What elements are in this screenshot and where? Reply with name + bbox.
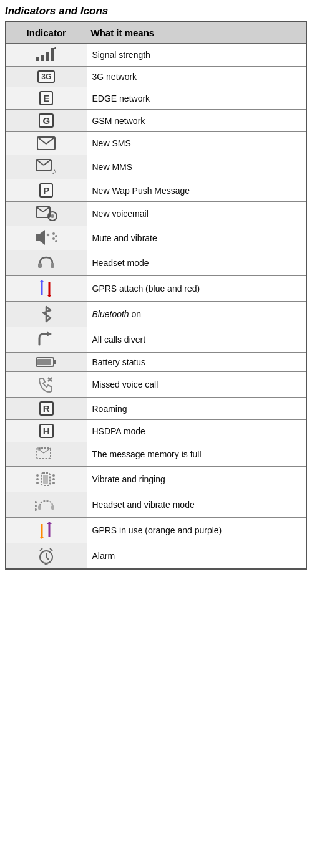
meaning-cell: Headset and vibrate mode bbox=[87, 492, 306, 518]
meaning-cell: EDGE network bbox=[87, 87, 306, 110]
indicator-cell: R bbox=[6, 398, 87, 420]
table-row: Mute and vibrate bbox=[6, 226, 306, 250]
mute-vibrate-icon bbox=[35, 230, 57, 246]
table-row: HHSDPA mode bbox=[6, 420, 306, 442]
meaning-text: The message memory is full bbox=[92, 449, 202, 459]
indicator-cell bbox=[6, 302, 87, 327]
table-row: Vibrate and ringing bbox=[6, 467, 306, 492]
meaning-cell: New MMS bbox=[87, 155, 306, 179]
meaning-cell: Vibrate and ringing bbox=[87, 467, 306, 492]
headset-vib-icon bbox=[35, 496, 57, 513]
indicator-cell bbox=[6, 44, 87, 67]
sms-icon bbox=[37, 136, 56, 151]
indicator-cell bbox=[6, 518, 87, 543]
table-row: Bluetooth on bbox=[6, 302, 306, 327]
svg-point-46 bbox=[52, 474, 55, 477]
svg-line-13 bbox=[36, 207, 43, 212]
meaning-cell: New SMS bbox=[87, 132, 306, 155]
alarm-icon bbox=[38, 547, 54, 565]
meaning-text: Alarm bbox=[92, 551, 115, 561]
table-row: Missed voice call bbox=[6, 372, 306, 398]
svg-rect-33 bbox=[54, 360, 56, 364]
meaning-text: GPRS attach (blue and red) bbox=[92, 284, 200, 293]
meaning-text: Headset mode bbox=[92, 258, 149, 268]
meaning-cell: Missed voice call bbox=[87, 372, 306, 398]
svg-marker-55 bbox=[39, 537, 44, 539]
table-row: The message memory is full bbox=[6, 442, 306, 467]
roaming-icon: R bbox=[39, 401, 54, 416]
svg-rect-25 bbox=[51, 263, 54, 268]
meaning-text: New MMS bbox=[92, 162, 133, 172]
svg-point-23 bbox=[55, 240, 57, 242]
indicator-cell bbox=[6, 353, 87, 372]
meaning-cell: Mute and vibrate bbox=[87, 226, 306, 250]
headset-icon bbox=[37, 254, 56, 272]
table-row: Headset mode bbox=[6, 250, 306, 276]
indicator-cell: P bbox=[6, 179, 87, 202]
meaning-cell: Headset mode bbox=[87, 250, 306, 276]
meaning-text: Roaming bbox=[92, 404, 127, 414]
svg-point-16 bbox=[51, 214, 54, 218]
table-row: All calls divert bbox=[6, 327, 306, 353]
meaning-cell: Bluetooth on bbox=[87, 302, 306, 327]
svg-marker-17 bbox=[36, 230, 45, 245]
3g-icon: 3G bbox=[37, 70, 55, 83]
gprs-attach-icon bbox=[37, 280, 56, 297]
svg-marker-30 bbox=[47, 331, 52, 336]
meaning-cell: GPRS attach (blue and red) bbox=[87, 276, 306, 302]
svg-marker-27 bbox=[39, 280, 44, 282]
table-row: RRoaming bbox=[6, 398, 306, 420]
svg-line-64 bbox=[46, 563, 47, 565]
meaning-text: New SMS bbox=[92, 138, 131, 148]
table-row: GPRS attach (blue and red) bbox=[6, 276, 306, 302]
svg-rect-32 bbox=[37, 359, 51, 365]
svg-point-53 bbox=[35, 508, 37, 511]
svg-line-10 bbox=[44, 160, 51, 165]
svg-point-44 bbox=[36, 478, 39, 480]
meaning-text: GSM network bbox=[92, 116, 145, 126]
svg-point-21 bbox=[55, 235, 57, 237]
svg-line-7 bbox=[46, 137, 55, 144]
svg-line-38 bbox=[44, 448, 51, 453]
indicator-cell bbox=[6, 226, 87, 250]
meaning-text: New Wap Push Message bbox=[92, 186, 190, 196]
meaning-cell: 3G network bbox=[87, 67, 306, 87]
svg-line-6 bbox=[37, 137, 46, 144]
meaning-cell: Signal strength bbox=[87, 44, 306, 67]
svg-text:♪: ♪ bbox=[52, 166, 56, 175]
indicator-cell bbox=[6, 250, 87, 276]
voicemail-icon bbox=[36, 206, 57, 222]
vib-ring-icon bbox=[35, 470, 57, 488]
table-row: GPRS in use (orange and purple) bbox=[6, 518, 306, 543]
wap-icon: P bbox=[39, 183, 53, 198]
bluetooth-icon bbox=[39, 305, 53, 323]
indicator-cell bbox=[6, 327, 87, 353]
edge-icon: E bbox=[39, 91, 53, 105]
svg-point-22 bbox=[52, 237, 55, 240]
table-row: Battery status bbox=[6, 353, 306, 372]
svg-line-14 bbox=[43, 207, 50, 212]
gprs-use-icon bbox=[37, 522, 56, 539]
meaning-text: 3G network bbox=[92, 72, 137, 82]
svg-point-43 bbox=[36, 474, 39, 477]
meaning-text: All calls divert bbox=[92, 335, 146, 345]
indicator-cell bbox=[6, 132, 87, 155]
mms-icon: ♪ bbox=[36, 159, 57, 175]
indicator-cell bbox=[6, 442, 87, 467]
table-row: 3G3G network bbox=[6, 67, 306, 87]
indicator-cell bbox=[6, 276, 87, 302]
svg-point-20 bbox=[52, 232, 55, 235]
indicator-cell: ♪ bbox=[6, 155, 87, 179]
svg-line-62 bbox=[50, 548, 52, 551]
svg-point-47 bbox=[52, 478, 55, 480]
svg-line-9 bbox=[36, 160, 44, 165]
svg-line-60 bbox=[46, 557, 49, 560]
battery-icon bbox=[36, 356, 57, 368]
indicators-table: Indicator What it means Signal strength3… bbox=[5, 21, 307, 570]
meaning-cell: Roaming bbox=[87, 398, 306, 420]
meaning-text: Battery status bbox=[92, 357, 146, 367]
meaning-text: Bluetooth on bbox=[92, 309, 142, 319]
meaning-cell: GSM network bbox=[87, 110, 306, 132]
meaning-cell: New Wap Push Message bbox=[87, 179, 306, 202]
svg-rect-42 bbox=[43, 475, 48, 484]
